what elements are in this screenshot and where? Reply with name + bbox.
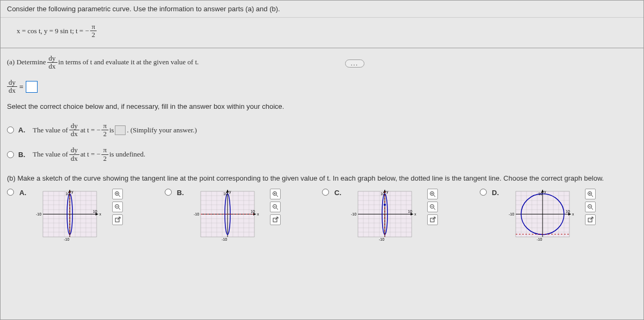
choice-a-after: . (Simplify your answer.) (127, 126, 196, 135)
choice-b-dydx: dy dx (69, 146, 79, 162)
svg-text:y: y (229, 190, 231, 194)
choice-a-before: The value of (33, 126, 68, 135)
equation-block: x = cos t, y = 9 sin t; t = − π 2 (1, 18, 643, 48)
choice-a-dydx: dy dx (69, 122, 79, 138)
radio-graph-b[interactable] (165, 189, 172, 196)
radio-choice-b[interactable] (7, 151, 14, 158)
radio-graph-d[interactable] (480, 189, 487, 196)
answer-input-choice-a[interactable] (115, 125, 126, 135)
equals-sign: = (19, 83, 24, 91)
svg-text:-10: -10 (351, 212, 356, 216)
zoom-in-b[interactable] (270, 189, 281, 199)
choice-b-mid1: at t = − (80, 150, 100, 159)
graph-d-plot: y x 10 -10 -10 10 (508, 189, 577, 242)
radio-graph-c[interactable] (322, 189, 329, 196)
svg-text:-10: -10 (36, 212, 41, 216)
zoom-in-d[interactable] (585, 189, 596, 199)
svg-text:-10: -10 (222, 237, 227, 241)
graph-c-plot: y x 10 -10 -10 10 (350, 189, 420, 242)
choice-a-row: A. The value of dy dx at t = − π 2 is . … (7, 118, 637, 143)
svg-text:x: x (572, 212, 574, 216)
graph-b-plot: y x 10 -10 -10 10 (193, 189, 262, 242)
svg-text:x: x (414, 212, 416, 216)
svg-line-107 (434, 195, 435, 197)
svg-line-145 (591, 195, 593, 197)
popout-c[interactable] (427, 214, 438, 225)
svg-text:10: 10 (65, 192, 70, 196)
dy-dx-fraction-2: dy dx (7, 79, 17, 95)
choice-b-letter: B. (18, 151, 25, 159)
popout-d[interactable] (585, 214, 596, 225)
svg-text:10: 10 (251, 210, 255, 213)
svg-text:y: y (544, 190, 546, 194)
graph-option-b: B. y x 10 -10 -10 10 (165, 189, 323, 242)
svg-text:-10: -10 (537, 237, 542, 241)
svg-line-68 (276, 195, 278, 197)
svg-line-111 (434, 208, 435, 210)
graph-a-letter: A. (19, 189, 26, 197)
problem-prompt: Consider the following parametric curve.… (1, 1, 643, 18)
part-a-tail: in terms of t and evaluate it at the giv… (58, 58, 199, 66)
equation-prefix: x = cos t, y = 9 sin t; t = − (17, 27, 89, 35)
svg-text:10: 10 (93, 210, 97, 213)
zoom-out-a[interactable] (112, 202, 123, 212)
graph-d-letter: D. (492, 189, 499, 197)
svg-text:10: 10 (223, 192, 228, 196)
choice-a-mid1: at t = − (80, 126, 100, 135)
dy-dx-equation-row: dy dx = (1, 75, 643, 99)
zoom-in-c[interactable] (427, 189, 438, 199)
popout-b[interactable] (270, 214, 281, 225)
zoom-in-a[interactable] (112, 189, 123, 199)
svg-text:-10: -10 (64, 237, 69, 241)
choice-a-pi2: π 2 (101, 122, 108, 138)
svg-text:-10: -10 (379, 237, 384, 241)
select-instruction: Select the correct choice below and, if … (1, 99, 643, 116)
part-a-label: (a) Determine (7, 58, 46, 66)
choice-b-after: is undefined. (109, 150, 145, 159)
choice-b-before: The value of (33, 150, 68, 159)
graphs-row: A. y x 10 -10 -10 10 (1, 185, 643, 245)
zoom-out-b[interactable] (270, 202, 281, 212)
choice-b-row: B. The value of dy dx at t = − π 2 is un… (7, 142, 637, 167)
prompt-text: Consider the following parametric curve.… (7, 5, 280, 13)
svg-text:10: 10 (380, 192, 385, 196)
choice-a-letter: A. (18, 126, 25, 134)
ellipsis-label: ... (351, 61, 358, 66)
graph-option-a: A. y x 10 -10 -10 10 (7, 189, 165, 242)
dy-dx-fraction: dy dx (47, 55, 57, 71)
answer-input-main[interactable] (26, 81, 38, 93)
svg-line-72 (276, 208, 278, 210)
graph-a-plot: y x 10 -10 -10 10 (35, 189, 105, 242)
svg-text:10: 10 (538, 192, 543, 196)
graph-option-c: C. y x 10 -10 -10 (322, 189, 480, 242)
radio-graph-a[interactable] (7, 189, 14, 196)
svg-point-99 (384, 204, 386, 206)
choices: A. The value of dy dx at t = − π 2 is . … (1, 116, 643, 169)
svg-line-34 (119, 208, 120, 210)
choice-b-pi2: π 2 (101, 146, 108, 162)
popout-a[interactable] (112, 214, 123, 225)
choice-a-mid2: is (109, 126, 114, 135)
part-b: (b) Make a sketch of the curve showing t… (1, 169, 643, 185)
zoom-out-d[interactable] (585, 202, 596, 212)
svg-text:-10: -10 (194, 212, 199, 216)
svg-text:y: y (386, 190, 389, 194)
graph-b-letter: B. (177, 189, 184, 197)
svg-text:10: 10 (408, 210, 412, 213)
svg-text:x: x (99, 212, 101, 216)
radio-choice-a[interactable] (7, 126, 14, 133)
svg-text:x: x (257, 212, 259, 216)
ellipsis-button[interactable]: ... (345, 59, 364, 68)
svg-line-149 (591, 208, 593, 210)
graph-option-d: D. y x 10 -10 -10 10 (480, 189, 638, 242)
svg-line-30 (119, 195, 120, 197)
svg-text:-10: -10 (509, 212, 514, 216)
svg-text:10: 10 (566, 210, 570, 213)
part-a: (a) Determine dy dx in terms of t and ev… (1, 48, 643, 75)
zoom-out-c[interactable] (427, 202, 438, 212)
fraction-pi-over-2: π 2 (90, 23, 97, 39)
graph-c-letter: C. (334, 189, 341, 197)
svg-text:y: y (71, 190, 74, 194)
